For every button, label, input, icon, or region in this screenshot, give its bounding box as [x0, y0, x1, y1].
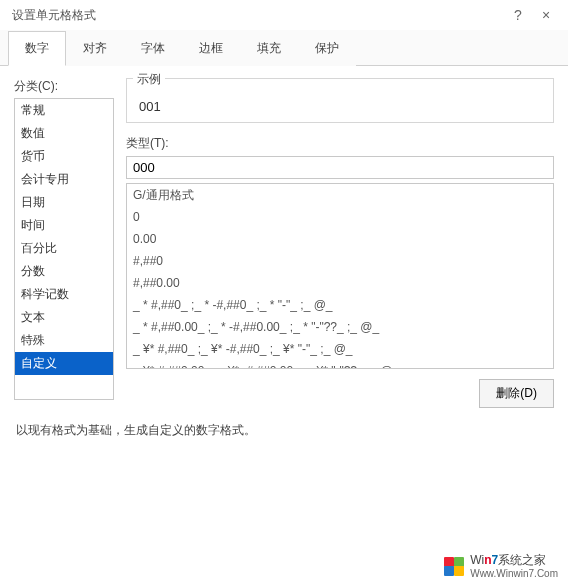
sample-group: 示例 001	[126, 78, 554, 123]
category-item[interactable]: 自定义	[15, 352, 113, 375]
format-item[interactable]: #,##0	[127, 250, 553, 272]
type-label: 类型(T):	[126, 135, 554, 152]
category-item[interactable]: 特殊	[15, 329, 113, 352]
sample-legend: 示例	[133, 71, 165, 88]
tab-0[interactable]: 数字	[8, 31, 66, 66]
format-item[interactable]: _ * #,##0.00_ ;_ * -#,##0.00_ ;_ * "-"??…	[127, 316, 553, 338]
category-item[interactable]: 分数	[15, 260, 113, 283]
category-label: 分类(C):	[14, 78, 114, 95]
watermark: Win7系统之家 Www.Winwin7.Com	[444, 554, 558, 579]
category-item[interactable]: 会计专用	[15, 168, 113, 191]
format-item[interactable]: _ * #,##0_ ;_ * -#,##0_ ;_ * "-"_ ;_ @_	[127, 294, 553, 316]
category-list[interactable]: 常规数值货币会计专用日期时间百分比分数科学记数文本特殊自定义	[14, 98, 114, 400]
tab-3[interactable]: 边框	[182, 31, 240, 66]
window-title: 设置单元格格式	[12, 7, 504, 24]
tab-4[interactable]: 填充	[240, 31, 298, 66]
format-item[interactable]: 0.00	[127, 228, 553, 250]
help-button[interactable]: ?	[504, 7, 532, 23]
sample-value: 001	[135, 99, 545, 114]
format-item[interactable]: _ ¥* #,##0.00_ ;_ ¥* -#,##0.00_ ;_ ¥* "-…	[127, 360, 553, 369]
tab-5[interactable]: 保护	[298, 31, 356, 66]
tab-2[interactable]: 字体	[124, 31, 182, 66]
delete-button[interactable]: 删除(D)	[479, 379, 554, 408]
category-item[interactable]: 科学记数	[15, 283, 113, 306]
tab-1[interactable]: 对齐	[66, 31, 124, 66]
format-item[interactable]: G/通用格式	[127, 184, 553, 206]
format-item[interactable]: #,##0.00	[127, 272, 553, 294]
category-item[interactable]: 货币	[15, 145, 113, 168]
windows-flag-icon	[444, 557, 466, 575]
format-item[interactable]: _ ¥* #,##0_ ;_ ¥* -#,##0_ ;_ ¥* "-"_ ;_ …	[127, 338, 553, 360]
category-item[interactable]: 文本	[15, 306, 113, 329]
hint-text: 以现有格式为基础，生成自定义的数字格式。	[16, 422, 552, 439]
watermark-line2: Www.Winwin7.Com	[470, 568, 558, 580]
close-button[interactable]: ×	[532, 7, 560, 23]
watermark-line1: Win7系统之家	[470, 554, 558, 568]
format-item[interactable]: 0	[127, 206, 553, 228]
category-item[interactable]: 时间	[15, 214, 113, 237]
category-item[interactable]: 常规	[15, 99, 113, 122]
category-item[interactable]: 日期	[15, 191, 113, 214]
category-item[interactable]: 数值	[15, 122, 113, 145]
type-input[interactable]	[126, 156, 554, 179]
format-list[interactable]: G/通用格式00.00#,##0#,##0.00_ * #,##0_ ;_ * …	[126, 183, 554, 369]
category-item[interactable]: 百分比	[15, 237, 113, 260]
tab-strip: 数字对齐字体边框填充保护	[0, 30, 568, 66]
